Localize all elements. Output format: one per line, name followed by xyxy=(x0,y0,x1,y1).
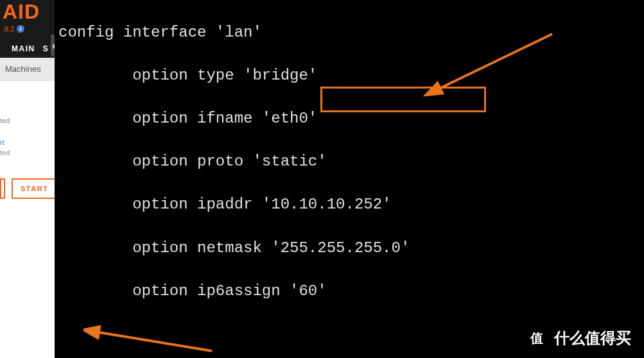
machine-status: ted xyxy=(0,149,10,157)
info-icon[interactable]: i xyxy=(17,25,24,33)
start-button[interactable]: START xyxy=(12,178,57,199)
config-line: option ip6assign '60' xyxy=(58,280,644,302)
version-text: .8.2 xyxy=(3,25,14,33)
config-line: option ipaddr '10.10.10.252' xyxy=(58,194,644,216)
nav-s[interactable]: S xyxy=(43,44,49,53)
nav-tabs: MAIN S xyxy=(3,44,52,53)
config-line: config interface 'lan' xyxy=(58,22,644,44)
app-logo: AID xyxy=(3,0,52,24)
sidebar: AID .8.2 i MAIN S ▶ Machines ted rt ted … xyxy=(0,0,55,358)
machine-list: ted rt ted START xyxy=(0,81,55,199)
config-line: option type 'bridge' xyxy=(58,65,644,87)
watermark: 值 什么值得买 xyxy=(525,326,631,350)
machine-name: rt xyxy=(0,139,4,146)
terminal-window[interactable]: config interface 'lan' option type 'brid… xyxy=(55,0,644,358)
machine-status: ted xyxy=(0,117,10,124)
machine-item[interactable]: rt xyxy=(0,137,55,148)
machines-header: Machines xyxy=(0,58,55,81)
action-button[interactable] xyxy=(0,178,5,199)
machine-item[interactable]: ted xyxy=(0,115,55,126)
watermark-text: 什么值得买 xyxy=(554,328,631,348)
version-row: .8.2 i xyxy=(3,25,52,33)
action-buttons: START xyxy=(0,178,55,199)
config-line: option proto 'static' xyxy=(58,151,644,173)
watermark-badge: 值 xyxy=(525,326,549,350)
config-line: option ifname 'eth0' xyxy=(58,108,644,130)
machine-item: ted xyxy=(0,148,55,158)
sidebar-header: AID .8.2 i MAIN S ▶ xyxy=(0,0,55,58)
nav-main[interactable]: MAIN xyxy=(12,44,35,53)
config-line: option netmask '255.255.255.0' xyxy=(58,237,644,259)
